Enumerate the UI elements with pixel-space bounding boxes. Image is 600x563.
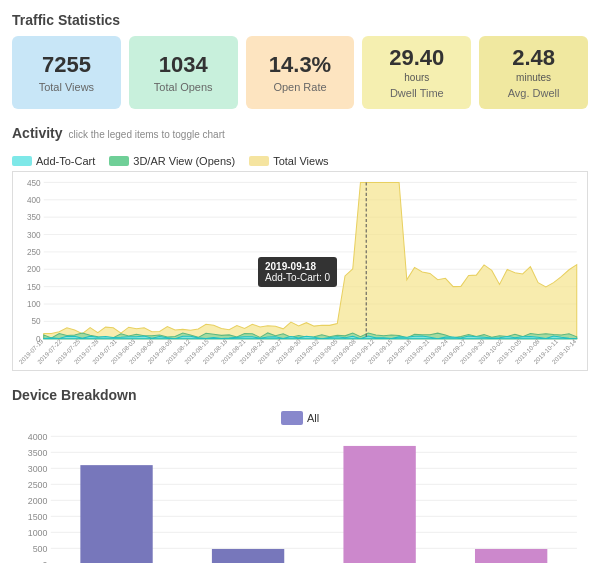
traffic-title: Traffic Statistics — [12, 12, 588, 28]
svg-text:1500: 1500 — [28, 512, 48, 522]
device-legend-label: All — [307, 412, 319, 424]
bar-mobile-views — [343, 446, 415, 563]
activity-chart-svg: 0501001502002503003504004502019-07-19201… — [13, 172, 587, 370]
legend-swatch-ar-view — [109, 156, 129, 166]
stats-grid: 7255 Total Views 1034 Total Opens 14.3% … — [12, 36, 588, 109]
activity-section: Activity click the leged items to toggle… — [12, 125, 588, 371]
legend-item-ar-view[interactable]: 3D/AR View (Opens) — [109, 155, 235, 167]
legend-item-add-to-cart[interactable]: Add-To-Cart — [12, 155, 95, 167]
svg-text:3000: 3000 — [28, 464, 48, 474]
legend-swatch-add-to-cart — [12, 156, 32, 166]
activity-title: Activity — [12, 125, 63, 141]
svg-text:100: 100 — [27, 300, 41, 309]
stat-value-total-views: 7255 — [42, 53, 91, 77]
svg-text:400: 400 — [27, 196, 41, 205]
stat-card-open-rate: 14.3% Open Rate — [246, 36, 355, 109]
traffic-section: Traffic Statistics 7255 Total Views 1034… — [12, 12, 588, 109]
device-legend-item-all[interactable]: All — [281, 411, 319, 425]
stat-value-avg-dwell: 2.48 — [512, 46, 555, 70]
activity-hint: click the leged items to toggle chart — [69, 129, 225, 140]
legend-label-total-views: Total Views — [273, 155, 328, 167]
svg-text:3500: 3500 — [28, 448, 48, 458]
bar-desktop-views — [80, 465, 152, 563]
stat-card-dwell-time: 29.40 hours Dwell Time — [362, 36, 471, 109]
svg-text:50: 50 — [32, 318, 42, 327]
stat-label-total-opens: Total Opens — [154, 81, 213, 93]
activity-legend: Add-To-Cart 3D/AR View (Opens) Total Vie… — [12, 155, 588, 167]
activity-header: Activity click the leged items to toggle… — [12, 125, 588, 149]
stat-card-total-opens: 1034 Total Opens — [129, 36, 238, 109]
stat-sub-dwell-time: hours — [404, 72, 429, 83]
stat-label-total-views: Total Views — [39, 81, 94, 93]
device-section: Device Breakdown All 0500100015002000250… — [12, 387, 588, 563]
stat-label-dwell-time: Dwell Time — [390, 87, 444, 99]
svg-text:250: 250 — [27, 248, 41, 257]
svg-text:300: 300 — [27, 231, 41, 240]
activity-chart: 0501001502002503003504004502019-07-19201… — [12, 171, 588, 371]
svg-text:150: 150 — [27, 283, 41, 292]
device-legend: All — [12, 411, 588, 425]
stat-sub-avg-dwell: minutes — [516, 72, 551, 83]
device-title: Device Breakdown — [12, 387, 588, 403]
stat-value-dwell-time: 29.40 — [389, 46, 444, 70]
stat-card-avg-dwell: 2.48 minutes Avg. Dwell — [479, 36, 588, 109]
device-bar-chart: 05001000150020002500300035004000Desktop:… — [12, 431, 588, 563]
svg-text:1000: 1000 — [28, 528, 48, 538]
bar-desktop-opens — [212, 549, 284, 563]
svg-text:2500: 2500 — [28, 480, 48, 490]
stat-value-open-rate: 14.3% — [269, 53, 331, 77]
svg-text:200: 200 — [27, 266, 41, 275]
legend-label-ar-view: 3D/AR View (Opens) — [133, 155, 235, 167]
svg-text:450: 450 — [27, 179, 41, 188]
stat-label-avg-dwell: Avg. Dwell — [508, 87, 560, 99]
legend-label-add-to-cart: Add-To-Cart — [36, 155, 95, 167]
stat-label-open-rate: Open Rate — [273, 81, 326, 93]
device-chart-svg: 05001000150020002500300035004000Desktop:… — [12, 431, 588, 563]
legend-item-total-views[interactable]: Total Views — [249, 155, 328, 167]
svg-text:2000: 2000 — [28, 496, 48, 506]
svg-text:4000: 4000 — [28, 432, 48, 442]
legend-swatch-total-views — [249, 156, 269, 166]
stat-card-total-views: 7255 Total Views — [12, 36, 121, 109]
all-swatch — [281, 411, 303, 425]
svg-text:500: 500 — [33, 544, 48, 554]
bar-mobile-opens — [475, 549, 547, 563]
stat-value-total-opens: 1034 — [159, 53, 208, 77]
svg-text:350: 350 — [27, 213, 41, 222]
